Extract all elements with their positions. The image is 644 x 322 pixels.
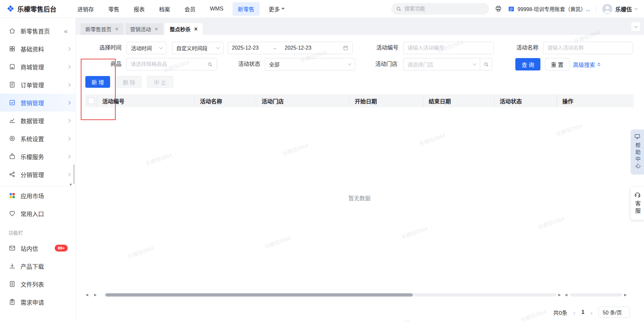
activity-no-field [403, 42, 494, 54]
store-select[interactable]: 请选择门店 [403, 58, 480, 70]
sidebar-collapse-icon[interactable]: « [64, 27, 67, 34]
user-name: 乐檬伍 [615, 5, 632, 13]
date-start-input[interactable] [232, 45, 265, 51]
date-range-picker[interactable]: → [228, 42, 353, 54]
nav-more[interactable]: 更多 [264, 2, 290, 16]
col-start-date: 开始日期 [349, 94, 423, 107]
scroll-right-icon[interactable]: ▶ [94, 293, 97, 297]
scrollbar-thumb[interactable] [106, 293, 413, 297]
range-type-select[interactable]: 自定义时间段 [172, 42, 223, 54]
empty-state-text: 暂无数据 [85, 194, 634, 202]
sidebar-item-marketing-management[interactable]: 营销管理 [0, 94, 76, 112]
store-search-button[interactable] [480, 58, 492, 70]
nav-members[interactable]: 会员 [179, 2, 201, 16]
status-select[interactable]: 全部 [265, 58, 355, 70]
sidebar-item-mall-management[interactable]: 商城管理 [0, 58, 76, 76]
product-input[interactable] [131, 61, 204, 67]
activity-no-label: 活动编号 [370, 42, 398, 54]
prev-page-button[interactable]: ‹ [573, 309, 576, 316]
table-header: 活动编号 活动名称 活动门店 开始日期 结束日期 活动状态 操作 [85, 94, 634, 107]
nav-new-retail[interactable]: 新零售 [233, 2, 260, 16]
sidebar-scroll-down-icon[interactable]: ▼ [69, 182, 73, 187]
sidebar-item-home[interactable]: 新零售首页 « [0, 22, 76, 40]
chevron-down-icon [634, 24, 637, 28]
date-end-input[interactable] [285, 45, 317, 51]
tab-new-retail-home[interactable]: 新零售首页 × [80, 23, 123, 35]
app-root: ❖ 乐檬零售后台 进销存 零售 报表 档案 会员 WMS 新零售 更多 [0, 0, 644, 322]
account-name: 99998-培训专用账套（黄凯）... [518, 5, 590, 13]
add-button[interactable]: 新 增 [85, 76, 110, 88]
query-button[interactable]: 查 询 [515, 58, 540, 70]
activity-name-input[interactable] [547, 45, 629, 51]
chevron-down-icon [159, 45, 163, 49]
sidebar-item-inbox[interactable]: 站内信 99+ [0, 239, 76, 257]
chevron-down-icon [634, 6, 638, 10]
sidebar-item-favorites[interactable]: 常用入口 [0, 205, 76, 222]
scroll-left-icon[interactable]: ◀ [86, 293, 88, 297]
page-number[interactable]: 1 [581, 309, 584, 315]
sidebar-item-product-download[interactable]: 产品下载 [0, 257, 76, 275]
sidebar: 新零售首页 « 基础资料 商城管理 订单管理 营销管理 数据管理 [0, 18, 76, 322]
sidebar-item-app-market[interactable]: 应用市场 [0, 187, 76, 205]
global-search-input[interactable] [405, 6, 484, 12]
tab-marketing-activity[interactable]: 营销活动 × [125, 23, 163, 35]
time-type-select[interactable]: 活动时间 [127, 42, 166, 54]
activity-no-input[interactable] [408, 45, 490, 51]
reset-button[interactable]: 重 置 [545, 58, 569, 70]
sidebar-item-lemon-services[interactable]: 乐檬服务 [0, 147, 76, 165]
nav-retail[interactable]: 零售 [103, 2, 124, 16]
page-size-select[interactable]: 50 条/页 [598, 307, 630, 318]
main-nav: 进销存 零售 报表 档案 会员 WMS 新零售 更多 [72, 2, 290, 16]
abort-button[interactable]: 中 止 [147, 76, 173, 88]
customer-service-widget[interactable]: 客服 [631, 187, 644, 220]
sidebar-secondary-section: 应用市场 常用入口 [0, 186, 76, 222]
help-center-widget[interactable]: 帮助中心 [631, 130, 644, 175]
home-icon [8, 27, 16, 35]
headset-icon [634, 191, 641, 198]
close-icon[interactable]: × [194, 26, 198, 32]
sidebar-item-data-management[interactable]: 数据管理 [0, 112, 76, 130]
share-icon [8, 171, 16, 178]
fixed-col-scrollbar-track[interactable] [570, 293, 622, 297]
close-icon[interactable]: × [115, 26, 119, 32]
app-logo: ❖ 乐檬零售后台 [7, 4, 56, 14]
chevron-right-icon [67, 65, 70, 69]
scroll-right-icon[interactable]: ▶ [558, 293, 561, 297]
nav-wms[interactable]: WMS [205, 3, 229, 15]
sidebar-scrollbar-thumb[interactable] [73, 164, 75, 184]
tab-flash-sale[interactable]: 整点秒杀 × [165, 23, 203, 35]
nav-reports[interactable]: 报表 [128, 2, 150, 16]
sidebar-item-distribution-management[interactable]: 分销管理 [0, 165, 76, 183]
close-icon[interactable]: × [155, 26, 158, 32]
sidebar-item-order-management[interactable]: 订单管理 [0, 76, 76, 94]
tab-list-dropdown-button[interactable] [631, 22, 640, 31]
delete-button[interactable]: 删 除 [116, 76, 142, 88]
fixed-col-scroll-left-icon[interactable]: ◀ [565, 293, 567, 297]
sidebar-item-file-list[interactable]: 文件列表 [0, 275, 76, 293]
date-range-arrow: → [272, 45, 277, 51]
next-page-button[interactable]: › [590, 309, 593, 316]
account-switcher[interactable]: 99998-培训专用账套（黄凯）... [508, 5, 590, 13]
sidebar-item-request[interactable]: 需求申请 [0, 293, 76, 311]
advanced-search-link[interactable]: 高级搜索 [573, 58, 601, 70]
logo-text: 乐檬零售后台 [17, 4, 56, 14]
download-icon [8, 263, 16, 270]
sidebar-item-system-settings[interactable]: 系统设置 [0, 130, 76, 147]
printer-icon[interactable] [495, 5, 502, 12]
nav-archives[interactable]: 档案 [154, 2, 175, 16]
chart-icon [8, 117, 16, 124]
fixed-col-scroll-right-icon[interactable]: ▶ [624, 293, 627, 297]
search-icon[interactable] [207, 62, 213, 67]
clipboard-icon [8, 299, 16, 306]
nav-inventory[interactable]: 进销存 [72, 2, 99, 16]
scrollbar-track[interactable] [104, 293, 556, 297]
help-center-label: 帮助中心 [634, 143, 641, 170]
time-filter-label: 选择时间 [97, 42, 122, 54]
select-all-checkbox[interactable] [88, 98, 94, 104]
sidebar-item-basic-data[interactable]: 基础资料 [0, 40, 76, 58]
chevron-down-icon [473, 62, 476, 65]
pagination: 共0条 ‹ 1 › 50 条/页 [553, 306, 630, 318]
select-all-cell [85, 94, 97, 107]
user-menu[interactable]: 乐檬伍 [602, 4, 637, 14]
heart-icon [8, 210, 16, 217]
